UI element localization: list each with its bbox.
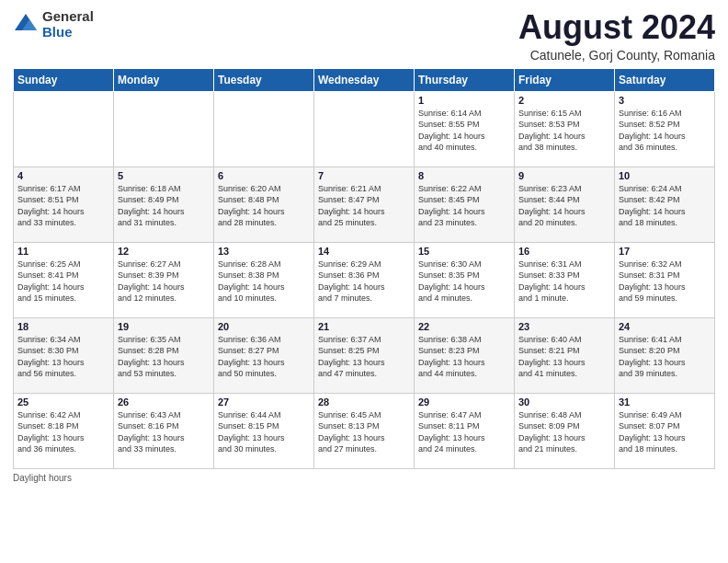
calendar-cell: 9Sunrise: 6:23 AM Sunset: 8:44 PM Daylig… [515,167,615,242]
calendar-cell: 12Sunrise: 6:27 AM Sunset: 8:39 PM Dayli… [114,242,214,317]
weekday-header-monday: Monday [114,68,214,91]
week-row-4: 18Sunrise: 6:34 AM Sunset: 8:30 PM Dayli… [14,317,715,393]
day-number: 2 [518,95,610,106]
day-number: 5 [118,170,210,181]
calendar-cell: 28Sunrise: 6:45 AM Sunset: 8:13 PM Dayli… [314,393,415,468]
day-number: 31 [619,396,711,408]
month-title: August 2024 [518,9,715,46]
day-info: Sunrise: 6:36 AM Sunset: 8:27 PM Dayligh… [218,334,310,380]
calendar-cell: 21Sunrise: 6:37 AM Sunset: 8:25 PM Dayli… [314,317,415,393]
page: General Blue August 2024 Catunele, Gorj … [0,0,728,563]
day-number: 13 [218,246,310,257]
week-row-2: 4Sunrise: 6:17 AM Sunset: 8:51 PM Daylig… [14,167,715,242]
calendar-cell [314,91,415,167]
calendar-cell: 31Sunrise: 6:49 AM Sunset: 8:07 PM Dayli… [615,393,715,468]
calendar-cell: 13Sunrise: 6:28 AM Sunset: 8:38 PM Dayli… [214,242,314,317]
day-info: Sunrise: 6:31 AM Sunset: 8:33 PM Dayligh… [518,259,610,304]
day-number: 24 [619,321,711,332]
day-number: 9 [518,170,610,181]
calendar-cell: 15Sunrise: 6:30 AM Sunset: 8:35 PM Dayli… [415,242,515,317]
week-row-5: 25Sunrise: 6:42 AM Sunset: 8:18 PM Dayli… [14,393,715,468]
day-number: 28 [318,396,410,408]
day-info: Sunrise: 6:16 AM Sunset: 8:52 PM Dayligh… [619,108,711,154]
calendar-cell: 3Sunrise: 6:16 AM Sunset: 8:52 PM Daylig… [615,91,715,167]
title-block: August 2024 Catunele, Gorj County, Roman… [518,9,715,63]
day-number: 6 [218,170,310,181]
day-info: Sunrise: 6:47 AM Sunset: 8:11 PM Dayligh… [418,409,510,455]
day-info: Sunrise: 6:30 AM Sunset: 8:35 PM Dayligh… [418,259,510,304]
day-number: 29 [418,396,510,408]
day-info: Sunrise: 6:34 AM Sunset: 8:30 PM Dayligh… [17,334,109,380]
calendar-cell: 11Sunrise: 6:25 AM Sunset: 8:41 PM Dayli… [14,242,114,317]
weekday-header-friday: Friday [515,68,615,91]
calendar-cell: 5Sunrise: 6:18 AM Sunset: 8:49 PM Daylig… [114,167,214,242]
day-info: Sunrise: 6:24 AM Sunset: 8:42 PM Dayligh… [619,183,711,229]
day-info: Sunrise: 6:15 AM Sunset: 8:53 PM Dayligh… [518,108,610,154]
weekday-header-wednesday: Wednesday [314,68,415,91]
day-number: 18 [17,321,109,332]
calendar-cell: 19Sunrise: 6:35 AM Sunset: 8:28 PM Dayli… [114,317,214,393]
day-info: Sunrise: 6:44 AM Sunset: 8:15 PM Dayligh… [218,409,310,455]
day-number: 30 [518,396,610,408]
calendar-cell: 17Sunrise: 6:32 AM Sunset: 8:31 PM Dayli… [615,242,715,317]
day-number: 1 [418,95,510,106]
day-info: Sunrise: 6:41 AM Sunset: 8:20 PM Dayligh… [619,334,711,380]
day-info: Sunrise: 6:17 AM Sunset: 8:51 PM Dayligh… [17,183,109,229]
day-info: Sunrise: 6:43 AM Sunset: 8:16 PM Dayligh… [118,409,210,455]
day-number: 10 [619,170,711,181]
weekday-row: SundayMondayTuesdayWednesdayThursdayFrid… [14,68,715,91]
logo-blue-text: Blue [42,25,94,40]
calendar-body: 1Sunrise: 6:14 AM Sunset: 8:55 PM Daylig… [14,91,715,468]
day-info: Sunrise: 6:27 AM Sunset: 8:39 PM Dayligh… [118,259,210,304]
day-number: 20 [218,321,310,332]
calendar-table: SundayMondayTuesdayWednesdayThursdayFrid… [13,68,715,469]
calendar-header: SundayMondayTuesdayWednesdayThursdayFrid… [14,68,715,91]
calendar-cell: 18Sunrise: 6:34 AM Sunset: 8:30 PM Dayli… [14,317,114,393]
day-info: Sunrise: 6:42 AM Sunset: 8:18 PM Dayligh… [17,409,109,455]
calendar-cell: 4Sunrise: 6:17 AM Sunset: 8:51 PM Daylig… [14,167,114,242]
calendar-cell: 24Sunrise: 6:41 AM Sunset: 8:20 PM Dayli… [615,317,715,393]
day-number: 12 [118,246,210,257]
calendar-cell: 30Sunrise: 6:48 AM Sunset: 8:09 PM Dayli… [515,393,615,468]
day-number: 26 [118,396,210,408]
day-number: 22 [418,321,510,332]
calendar-cell: 25Sunrise: 6:42 AM Sunset: 8:18 PM Dayli… [14,393,114,468]
day-info: Sunrise: 6:22 AM Sunset: 8:45 PM Dayligh… [418,183,510,229]
calendar-cell: 10Sunrise: 6:24 AM Sunset: 8:42 PM Dayli… [615,167,715,242]
logo-icon [13,12,39,38]
footer-note: Daylight hours [13,473,715,483]
header: General Blue August 2024 Catunele, Gorj … [13,9,715,63]
day-number: 21 [318,321,410,332]
day-info: Sunrise: 6:40 AM Sunset: 8:21 PM Dayligh… [518,334,610,380]
calendar-cell: 29Sunrise: 6:47 AM Sunset: 8:11 PM Dayli… [415,393,515,468]
day-number: 17 [619,246,711,257]
day-info: Sunrise: 6:49 AM Sunset: 8:07 PM Dayligh… [619,409,711,455]
day-number: 23 [518,321,610,332]
day-info: Sunrise: 6:29 AM Sunset: 8:36 PM Dayligh… [318,259,410,304]
day-info: Sunrise: 6:38 AM Sunset: 8:23 PM Dayligh… [418,334,510,380]
location-subtitle: Catunele, Gorj County, Romania [518,48,715,63]
day-number: 7 [318,170,410,181]
week-row-1: 1Sunrise: 6:14 AM Sunset: 8:55 PM Daylig… [14,91,715,167]
calendar-cell: 1Sunrise: 6:14 AM Sunset: 8:55 PM Daylig… [415,91,515,167]
calendar-cell: 26Sunrise: 6:43 AM Sunset: 8:16 PM Dayli… [114,393,214,468]
day-info: Sunrise: 6:25 AM Sunset: 8:41 PM Dayligh… [17,259,109,304]
day-info: Sunrise: 6:35 AM Sunset: 8:28 PM Dayligh… [118,334,210,380]
logo-general-text: General [42,9,94,25]
day-number: 25 [17,396,109,408]
day-info: Sunrise: 6:32 AM Sunset: 8:31 PM Dayligh… [619,259,711,304]
calendar-cell [114,91,214,167]
day-number: 11 [17,246,109,257]
day-number: 15 [418,246,510,257]
calendar-cell [14,91,114,167]
calendar-cell: 22Sunrise: 6:38 AM Sunset: 8:23 PM Dayli… [415,317,515,393]
calendar-cell: 20Sunrise: 6:36 AM Sunset: 8:27 PM Dayli… [214,317,314,393]
day-number: 4 [17,170,109,181]
day-info: Sunrise: 6:28 AM Sunset: 8:38 PM Dayligh… [218,259,310,304]
day-info: Sunrise: 6:18 AM Sunset: 8:49 PM Dayligh… [118,183,210,229]
logo-text: General Blue [42,9,94,40]
weekday-header-thursday: Thursday [415,68,515,91]
calendar-cell: 6Sunrise: 6:20 AM Sunset: 8:48 PM Daylig… [214,167,314,242]
day-number: 14 [318,246,410,257]
logo: General Blue [13,9,94,40]
